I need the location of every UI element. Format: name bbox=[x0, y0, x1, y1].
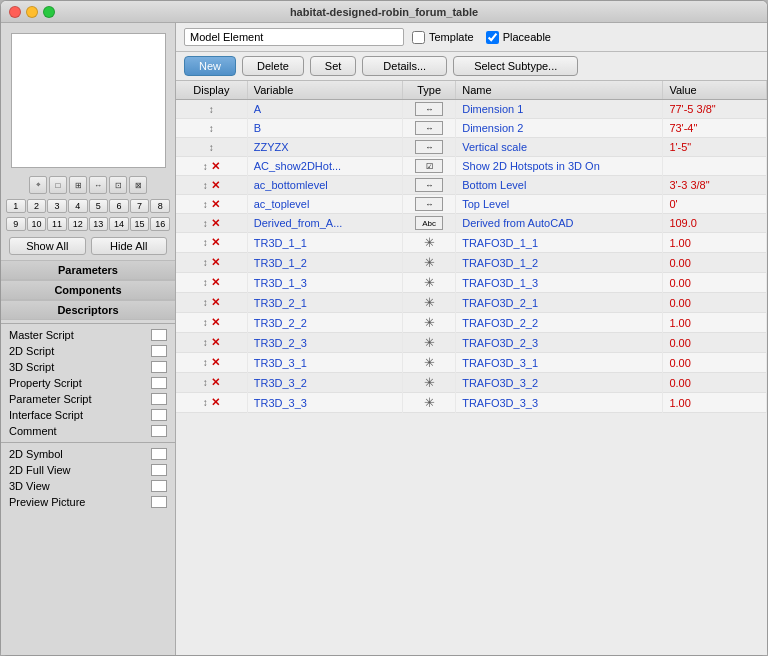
cell-variable[interactable]: TR3D_3_1 bbox=[247, 353, 402, 373]
sidebar-item-master-script[interactable]: Master Script bbox=[1, 327, 175, 343]
table-row[interactable]: ↕B↔Dimension 273'-4" bbox=[176, 119, 767, 138]
num-16[interactable]: 16 bbox=[150, 217, 170, 231]
top-bar: Template Placeable bbox=[176, 23, 767, 52]
num-2[interactable]: 2 bbox=[27, 199, 47, 213]
num-10[interactable]: 10 bbox=[27, 217, 47, 231]
cell-name[interactable]: TRAFO3D_1_3 bbox=[456, 273, 663, 293]
select-subtype-button[interactable]: Select Subtype... bbox=[453, 56, 578, 76]
sidebar-item-3d-view[interactable]: 3D View bbox=[1, 478, 175, 494]
new-button[interactable]: New bbox=[184, 56, 236, 76]
template-checkbox-label[interactable]: Template bbox=[412, 31, 474, 44]
sidebar-item-parameter-script[interactable]: Parameter Script bbox=[1, 391, 175, 407]
num-9[interactable]: 9 bbox=[6, 217, 26, 231]
table-row[interactable]: ↕ ✕TR3D_2_1✳TRAFO3D_2_10.00 bbox=[176, 293, 767, 313]
delete-button[interactable]: Delete bbox=[242, 56, 304, 76]
table-row[interactable]: ↕ ✕AC_show2DHot...☑Show 2D Hotspots in 3… bbox=[176, 157, 767, 176]
num-8[interactable]: 8 bbox=[150, 199, 170, 213]
icon-btn-2[interactable]: □ bbox=[49, 176, 67, 194]
maximize-button[interactable] bbox=[43, 6, 55, 18]
sidebar-item-3d-script[interactable]: 3D Script bbox=[1, 359, 175, 375]
table-row[interactable]: ↕ ✕Derived_from_A...AbcDerived from Auto… bbox=[176, 214, 767, 233]
table-row[interactable]: ↕ZZYZX↔Vertical scale1'-5" bbox=[176, 138, 767, 157]
table-row[interactable]: ↕ ✕TR3D_1_2✳TRAFO3D_1_20.00 bbox=[176, 253, 767, 273]
cell-variable[interactable]: TR3D_1_1 bbox=[247, 233, 402, 253]
cell-name[interactable]: TRAFO3D_2_2 bbox=[456, 313, 663, 333]
template-checkbox[interactable] bbox=[412, 31, 425, 44]
cell-variable[interactable]: Derived_from_A... bbox=[247, 214, 402, 233]
num-3[interactable]: 3 bbox=[47, 199, 67, 213]
set-button[interactable]: Set bbox=[310, 56, 357, 76]
cell-name[interactable]: Show 2D Hotspots in 3D On bbox=[456, 157, 663, 176]
cell-name[interactable]: Vertical scale bbox=[456, 138, 663, 157]
placeable-checkbox[interactable] bbox=[486, 31, 499, 44]
num-7[interactable]: 7 bbox=[130, 199, 150, 213]
hide-all-button[interactable]: Hide All bbox=[91, 237, 168, 255]
icon-btn-1[interactable]: ⌖ bbox=[29, 176, 47, 194]
icon-btn-5[interactable]: ⊡ bbox=[109, 176, 127, 194]
cell-name[interactable]: Top Level bbox=[456, 195, 663, 214]
table-row[interactable]: ↕ ✕ac_toplevel↔Top Level0' bbox=[176, 195, 767, 214]
num-5[interactable]: 5 bbox=[89, 199, 109, 213]
cell-name[interactable]: Bottom Level bbox=[456, 176, 663, 195]
minimize-button[interactable] bbox=[26, 6, 38, 18]
cell-variable[interactable]: ZZYZX bbox=[247, 138, 402, 157]
table-row[interactable]: ↕ ✕TR3D_3_2✳TRAFO3D_3_20.00 bbox=[176, 373, 767, 393]
num-1[interactable]: 1 bbox=[6, 199, 26, 213]
table-row[interactable]: ↕ ✕TR3D_3_1✳TRAFO3D_3_10.00 bbox=[176, 353, 767, 373]
cell-name[interactable]: TRAFO3D_3_1 bbox=[456, 353, 663, 373]
sidebar-item-2d-symbol[interactable]: 2D Symbol bbox=[1, 446, 175, 462]
show-all-button[interactable]: Show All bbox=[9, 237, 86, 255]
sidebar-item-comment[interactable]: Comment bbox=[1, 423, 175, 439]
cell-variable[interactable]: TR3D_1_3 bbox=[247, 273, 402, 293]
cell-variable[interactable]: TR3D_3_2 bbox=[247, 373, 402, 393]
cell-name[interactable]: TRAFO3D_2_3 bbox=[456, 333, 663, 353]
table-row[interactable]: ↕ ✕ac_bottomlevel↔Bottom Level3'-3 3/8" bbox=[176, 176, 767, 195]
cell-variable[interactable]: A bbox=[247, 100, 402, 119]
cell-name[interactable]: Dimension 1 bbox=[456, 100, 663, 119]
close-button[interactable] bbox=[9, 6, 21, 18]
num-13[interactable]: 13 bbox=[89, 217, 109, 231]
cell-name[interactable]: TRAFO3D_1_2 bbox=[456, 253, 663, 273]
icon-btn-4[interactable]: ↔ bbox=[89, 176, 107, 194]
sidebar-item-components[interactable]: Components bbox=[1, 280, 175, 300]
sidebar-item-2d-script[interactable]: 2D Script bbox=[1, 343, 175, 359]
cell-variable[interactable]: AC_show2DHot... bbox=[247, 157, 402, 176]
cell-variable[interactable]: B bbox=[247, 119, 402, 138]
cell-name[interactable]: TRAFO3D_2_1 bbox=[456, 293, 663, 313]
icon-btn-3[interactable]: ⊞ bbox=[69, 176, 87, 194]
cell-variable[interactable]: TR3D_2_1 bbox=[247, 293, 402, 313]
cell-variable[interactable]: ac_toplevel bbox=[247, 195, 402, 214]
cell-variable[interactable]: TR3D_1_2 bbox=[247, 253, 402, 273]
sidebar-item-descriptors[interactable]: Descriptors bbox=[1, 300, 175, 320]
cell-variable[interactable]: TR3D_3_3 bbox=[247, 393, 402, 413]
num-6[interactable]: 6 bbox=[109, 199, 129, 213]
sidebar-item-preview-picture[interactable]: Preview Picture bbox=[1, 494, 175, 510]
num-4[interactable]: 4 bbox=[68, 199, 88, 213]
icon-btn-6[interactable]: ⊠ bbox=[129, 176, 147, 194]
cell-name[interactable]: TRAFO3D_3_2 bbox=[456, 373, 663, 393]
num-14[interactable]: 14 bbox=[109, 217, 129, 231]
table-row[interactable]: ↕A↔Dimension 177'-5 3/8" bbox=[176, 100, 767, 119]
details-button[interactable]: Details... bbox=[362, 56, 447, 76]
cell-name[interactable]: TRAFO3D_1_1 bbox=[456, 233, 663, 253]
num-15[interactable]: 15 bbox=[130, 217, 150, 231]
sidebar-item-property-script[interactable]: Property Script bbox=[1, 375, 175, 391]
cell-name[interactable]: TRAFO3D_3_3 bbox=[456, 393, 663, 413]
cell-name[interactable]: Derived from AutoCAD bbox=[456, 214, 663, 233]
sidebar-item-interface-script[interactable]: Interface Script bbox=[1, 407, 175, 423]
table-row[interactable]: ↕ ✕TR3D_1_1✳TRAFO3D_1_11.00 bbox=[176, 233, 767, 253]
table-row[interactable]: ↕ ✕TR3D_2_3✳TRAFO3D_2_30.00 bbox=[176, 333, 767, 353]
cell-variable[interactable]: TR3D_2_2 bbox=[247, 313, 402, 333]
cell-variable[interactable]: ac_bottomlevel bbox=[247, 176, 402, 195]
table-row[interactable]: ↕ ✕TR3D_3_3✳TRAFO3D_3_31.00 bbox=[176, 393, 767, 413]
num-12[interactable]: 12 bbox=[68, 217, 88, 231]
sidebar-item-parameters[interactable]: Parameters bbox=[1, 260, 175, 280]
sidebar-item-2d-full-view[interactable]: 2D Full View bbox=[1, 462, 175, 478]
model-element-input[interactable] bbox=[184, 28, 404, 46]
placeable-checkbox-label[interactable]: Placeable bbox=[486, 31, 551, 44]
num-11[interactable]: 11 bbox=[47, 217, 67, 231]
table-row[interactable]: ↕ ✕TR3D_1_3✳TRAFO3D_1_30.00 bbox=[176, 273, 767, 293]
table-row[interactable]: ↕ ✕TR3D_2_2✳TRAFO3D_2_21.00 bbox=[176, 313, 767, 333]
cell-variable[interactable]: TR3D_2_3 bbox=[247, 333, 402, 353]
cell-name[interactable]: Dimension 2 bbox=[456, 119, 663, 138]
